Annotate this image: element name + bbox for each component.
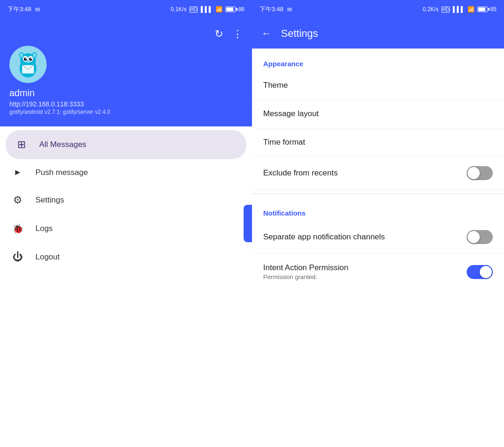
back-button[interactable]: ← <box>261 28 272 40</box>
intent-action-permission-text: Intent Action Permission Permission gran… <box>263 263 348 280</box>
exclude-from-recents-item[interactable]: Exclude from recents <box>252 157 504 190</box>
more-options-button[interactable]: ⋮ <box>232 28 243 40</box>
push-message-label: Push message <box>35 168 88 177</box>
settings-label: Settings <box>35 196 64 205</box>
left-wifi-icon: 📶 <box>216 6 223 13</box>
separate-app-channels-label: Separate app notification channels <box>263 232 385 242</box>
all-messages-icon: ⊞ <box>15 139 28 151</box>
left-network-speed: 0.1K/s <box>171 6 187 13</box>
left-signal-icon: ▌▌▌ <box>201 6 213 13</box>
svg-point-8 <box>27 61 30 63</box>
settings-icon: ⚙ <box>11 194 24 206</box>
exclude-from-recents-toggle[interactable] <box>467 166 493 180</box>
svg-point-13 <box>33 53 36 57</box>
separate-app-channels-toggle-knob <box>468 231 480 243</box>
appearance-section-header: Appearance <box>252 49 504 71</box>
svg-point-4 <box>24 57 27 61</box>
left-header: ↻ ⋮ <box>0 19 252 126</box>
nav-item-settings[interactable]: ⚙ Settings <box>0 186 252 215</box>
user-info: admin http://192.168.0.118:3333 gotify/a… <box>9 88 243 115</box>
username-label: admin <box>9 88 243 98</box>
left-panel: 下午3:48 ✉ 0.1K/s HD ▌▌▌ 📶 86 ↻ ⋮ <box>0 0 252 447</box>
server-url-label: http://192.168.0.118:3333 <box>9 100 243 108</box>
intent-action-permission-toggle-knob <box>480 266 492 278</box>
nav-item-all-messages[interactable]: ⊞ All Messages <box>6 130 246 159</box>
avatar <box>9 46 47 83</box>
settings-title: Settings <box>281 28 318 40</box>
right-hd-icon: HD <box>441 7 450 13</box>
nav-list: ⊞ All Messages ► Push message ⚙ Settings… <box>0 126 252 447</box>
intent-action-permission-sublabel: Permission granted. <box>263 273 348 280</box>
all-messages-label: All Messages <box>39 140 86 149</box>
svg-point-5 <box>29 57 32 61</box>
nav-item-push-message[interactable]: ► Push message <box>0 159 252 186</box>
settings-content: Appearance Theme Message layout Time for… <box>252 49 504 447</box>
separate-app-channels-item[interactable]: Separate app notification channels <box>252 221 504 254</box>
exclude-from-recents-label: Exclude from recents <box>263 168 338 178</box>
time-format-item[interactable]: Time format <box>252 128 504 157</box>
refresh-button[interactable]: ↻ <box>215 28 223 40</box>
section-divider <box>252 194 504 194</box>
message-layout-item[interactable]: Message layout <box>252 100 504 128</box>
push-message-icon: ► <box>11 168 24 177</box>
logout-label: Logout <box>35 252 60 262</box>
left-time: 下午3:48 <box>7 5 31 14</box>
left-battery-icon <box>225 7 236 12</box>
logs-label: Logs <box>35 224 53 233</box>
left-header-top: ↻ ⋮ <box>9 28 243 40</box>
nav-item-logs[interactable]: 🐞 Logs <box>0 215 252 243</box>
svg-point-12 <box>20 53 23 57</box>
exclude-from-recents-toggle-knob <box>468 167 480 179</box>
left-status-bar: 下午3:48 ✉ 0.1K/s HD ▌▌▌ 📶 86 <box>0 0 252 19</box>
intent-action-permission-label: Intent Action Permission <box>263 263 348 272</box>
separate-app-channels-text: Separate app notification channels <box>263 232 385 242</box>
intent-action-permission-toggle[interactable] <box>467 265 493 279</box>
left-battery-label: 86 <box>238 6 245 13</box>
left-battery-fill <box>226 7 233 11</box>
logs-icon: 🐞 <box>11 223 24 234</box>
left-status-right: 0.1K/s HD ▌▌▌ 📶 86 <box>171 6 245 13</box>
svg-point-6 <box>25 58 27 59</box>
right-battery-icon <box>477 7 488 12</box>
right-wifi-icon: 📶 <box>468 6 475 13</box>
nav-item-logout[interactable]: ⏻ Logout <box>0 243 252 272</box>
notifications-section-header: Notifications <box>252 198 504 221</box>
intent-action-permission-item[interactable]: Intent Action Permission Permission gran… <box>252 254 504 290</box>
svg-point-7 <box>31 58 32 59</box>
theme-label: Theme <box>263 81 288 90</box>
right-signal-icon: ▌▌▌ <box>453 6 465 13</box>
message-layout-label: Message layout <box>263 109 319 119</box>
left-envelope-icon: ✉ <box>35 6 40 13</box>
right-network-speed: 0.2K/s <box>423 6 439 13</box>
right-status-left: 下午3:48 ✉ <box>259 5 292 14</box>
right-toolbar: ← Settings <box>252 19 504 49</box>
left-hd-icon: HD <box>189 7 198 13</box>
right-battery-fill <box>478 7 485 11</box>
version-label: gotify/android v2.7.1; gotify/server v2.… <box>9 109 243 115</box>
theme-item[interactable]: Theme <box>252 71 504 100</box>
right-status-bar: 下午3:48 ✉ 0.2K/s HD ▌▌▌ 📶 85 <box>252 0 504 19</box>
time-format-label: Time format <box>263 138 305 147</box>
logout-icon: ⏻ <box>11 251 24 263</box>
right-status-right: 0.2K/s HD ▌▌▌ 📶 85 <box>423 6 497 13</box>
right-envelope-icon: ✉ <box>287 6 292 13</box>
left-status-left: 下午3:48 ✉ <box>7 5 40 14</box>
separate-app-channels-toggle[interactable] <box>467 230 493 244</box>
right-panel: 下午3:48 ✉ 0.2K/s HD ▌▌▌ 📶 85 ← Settings A… <box>252 0 504 447</box>
gopher-logo <box>12 48 44 81</box>
right-battery-label: 85 <box>490 6 497 13</box>
drawer-edge <box>244 205 252 242</box>
right-time: 下午3:48 <box>259 5 283 14</box>
